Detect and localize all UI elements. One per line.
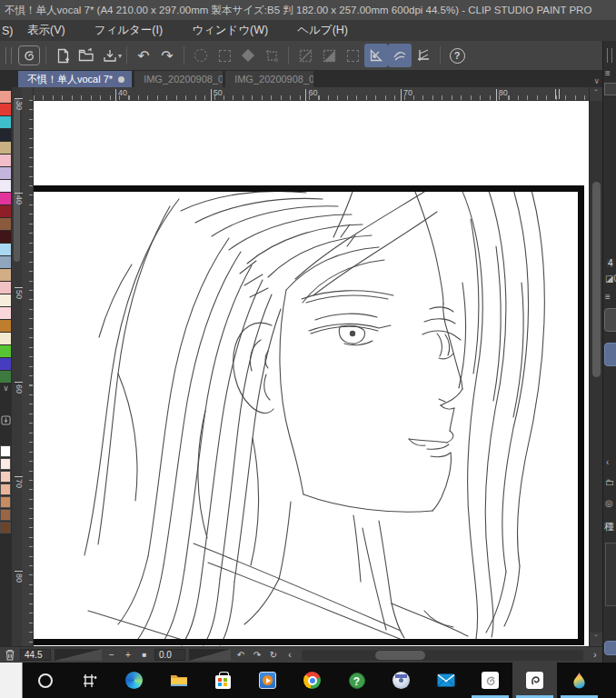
color-swatch[interactable]: [0, 91, 11, 103]
scroll-down-icon[interactable]: ˇ: [590, 633, 602, 646]
palette-scroll-down-icon[interactable]: ∨: [0, 384, 12, 394]
color-swatch[interactable]: [0, 445, 11, 457]
tab-document-3[interactable]: IMG_20200908_0: [225, 71, 313, 87]
panel-collapse-icon[interactable]: ‹: [606, 457, 609, 467]
color-swatch[interactable]: [0, 104, 11, 115]
zoom-out-button[interactable]: −: [105, 648, 118, 663]
crop-selection-button[interactable]: [260, 44, 283, 67]
delete-color-trash-icon[interactable]: [4, 648, 16, 662]
tab-overflow-icon[interactable]: ∨: [593, 76, 600, 85]
help-button[interactable]: ?: [445, 44, 469, 67]
taskbar-paint-app-button[interactable]: [557, 663, 601, 698]
vertical-scrollbar[interactable]: ˆ ˇ: [589, 87, 602, 646]
color-swatch[interactable]: [0, 496, 11, 508]
snap-to-special-ruler-button[interactable]: [388, 44, 412, 67]
color-swatch[interactable]: [0, 269, 11, 281]
palette-menu-icon[interactable]: ≡: [605, 68, 611, 78]
taskbar-file-explorer-button[interactable]: [156, 663, 201, 698]
subtool-active-fragment[interactable]: [604, 343, 616, 366]
reselect-button[interactable]: [213, 44, 236, 67]
add-color-icon[interactable]: [1, 415, 11, 425]
color-swatch[interactable]: [0, 509, 11, 521]
rotate-left-button[interactable]: ↶: [234, 648, 247, 663]
clip-studio-open-button[interactable]: [17, 44, 41, 67]
snap-to-ruler-button[interactable]: [364, 44, 388, 67]
slider-menu-icon[interactable]: ≡: [605, 292, 611, 302]
color-swatch[interactable]: [0, 320, 11, 332]
save-dropdown-icon[interactable]: ▾: [118, 52, 122, 60]
horizontal-scrollbar[interactable]: [302, 650, 583, 661]
palette-grip[interactable]: [607, 48, 612, 63]
taskbar-cortana-button[interactable]: [23, 663, 67, 698]
taskbar-clip-studio-paint-button[interactable]: [512, 663, 557, 698]
open-file-button[interactable]: [75, 44, 98, 67]
taskbar-movies-tv-button[interactable]: [245, 663, 290, 698]
selection-clear-button[interactable]: [341, 44, 364, 67]
color-swatch[interactable]: [0, 333, 11, 344]
tab-modified-dot[interactable]: [118, 76, 124, 83]
tab-document-2[interactable]: IMG_20200908_0: [134, 71, 223, 87]
taskbar-mail-button[interactable]: [423, 663, 468, 698]
color-swatch[interactable]: [0, 371, 11, 383]
horizontal-scrollbar-thumb[interactable]: [375, 651, 426, 660]
tab-document-1[interactable]: 不惧！单人vocal 7*: [18, 71, 132, 87]
redo-button[interactable]: ↷: [155, 44, 179, 67]
taskbar-store-button[interactable]: [201, 663, 245, 698]
color-swatch[interactable]: [0, 167, 11, 179]
undo-button[interactable]: ↶: [132, 44, 155, 67]
color-swatch[interactable]: [0, 294, 11, 306]
color-swatch[interactable]: [0, 231, 11, 243]
timeline-icon-fragment[interactable]: [604, 641, 616, 655]
palette-scrollbar-thumb[interactable]: [14, 98, 20, 262]
rotate-right-button[interactable]: ↷: [251, 648, 263, 663]
color-swatch[interactable]: [0, 129, 11, 141]
menu-item-filter[interactable]: フィルター(I): [80, 20, 177, 41]
selection-fill-button[interactable]: [317, 44, 341, 67]
taskbar-task-view-button[interactable]: [67, 663, 112, 698]
zoom-in-button[interactable]: +: [122, 648, 134, 663]
fit-to-screen-button[interactable]: ■: [138, 648, 151, 663]
scroll-right-icon[interactable]: ›: [589, 648, 601, 663]
reset-rotation-button[interactable]: ↻: [267, 648, 280, 663]
menu-item-window[interactable]: ウィンドウ(W): [177, 20, 283, 41]
deselect-button[interactable]: [189, 44, 213, 67]
color-swatch[interactable]: [0, 256, 11, 268]
menu-item-view[interactable]: 表示(V): [13, 20, 80, 41]
layer-circle-icon[interactable]: ◎: [605, 498, 613, 508]
color-swatch[interactable]: [0, 244, 11, 255]
color-swatch[interactable]: [0, 307, 11, 319]
color-swatch[interactable]: [0, 282, 11, 294]
snap-to-grid-button[interactable]: [412, 44, 435, 67]
invert-selection-button[interactable]: [236, 44, 260, 67]
color-swatch[interactable]: [0, 522, 11, 533]
color-swatch[interactable]: [0, 155, 11, 166]
color-swatch[interactable]: [0, 180, 11, 192]
color-swatch[interactable]: [0, 205, 11, 217]
color-swatch[interactable]: [0, 471, 11, 483]
rotation-slider[interactable]: [189, 649, 231, 661]
taskbar-chrome-button[interactable]: [290, 663, 334, 698]
color-swatch[interactable]: [0, 116, 11, 128]
canvas[interactable]: [34, 101, 589, 646]
new-layer-icon[interactable]: 🗀: [605, 477, 614, 487]
color-swatch[interactable]: [0, 345, 11, 357]
taskbar-helper-button[interactable]: ?: [334, 663, 379, 698]
taskbar-clip-studio-button[interactable]: [468, 663, 512, 698]
taskbar-canon-button[interactable]: [379, 663, 423, 698]
color-swatch[interactable]: [0, 458, 11, 470]
color-swatch[interactable]: [0, 142, 11, 154]
taskbar-edge-button[interactable]: [112, 663, 156, 698]
color-swatch[interactable]: [0, 358, 11, 370]
toolbar-grip[interactable]: [5, 47, 12, 64]
color-swatch[interactable]: [0, 484, 11, 495]
new-document-button[interactable]: [51, 44, 75, 67]
menu-item-help[interactable]: ヘルプ(H): [283, 20, 363, 41]
scroll-left-icon[interactable]: ‹: [283, 648, 296, 663]
subtool-button-fragment[interactable]: [604, 308, 616, 332]
selection-border-button[interactable]: [293, 44, 317, 67]
scroll-up-icon[interactable]: ˆ: [590, 87, 602, 101]
vertical-scrollbar-thumb[interactable]: [592, 182, 601, 377]
menu-item-partial[interactable]: S): [0, 25, 13, 37]
color-swatch[interactable]: [0, 218, 11, 230]
zoom-slider[interactable]: [55, 649, 102, 661]
